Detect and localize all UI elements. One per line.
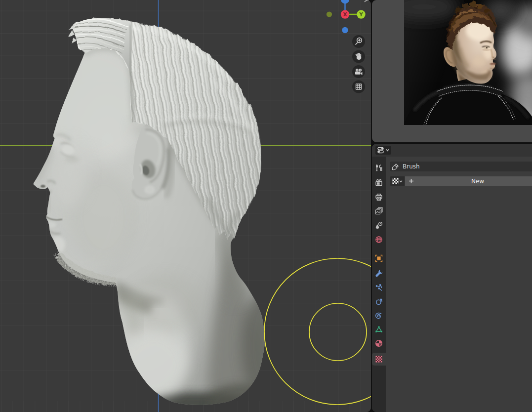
properties-tab-physics[interactable] bbox=[372, 295, 386, 308]
constraints-tab-icon bbox=[375, 312, 383, 320]
material-tab-icon bbox=[375, 339, 383, 347]
properties-tab-data[interactable] bbox=[372, 323, 386, 336]
properties-tab-tool[interactable] bbox=[372, 162, 386, 175]
properties-tab-texture[interactable] bbox=[372, 353, 386, 366]
scene-tab-icon bbox=[375, 221, 383, 229]
properties-tab-particles[interactable] bbox=[372, 281, 386, 294]
gizmo-y-negative[interactable] bbox=[327, 11, 332, 17]
physics-tab-icon bbox=[375, 298, 383, 306]
camera-view-button[interactable] bbox=[352, 65, 365, 78]
chevron-down-icon bbox=[386, 149, 389, 152]
properties-header bbox=[372, 144, 532, 157]
properties-main-region: Brush bbox=[386, 157, 532, 412]
gizmo-x-label: X bbox=[343, 11, 347, 17]
viewport-canvas: X Y bbox=[0, 0, 371, 412]
properties-tab-render[interactable] bbox=[372, 176, 386, 189]
texture-tab-icon bbox=[375, 355, 383, 363]
gizmo-z-negative[interactable] bbox=[342, 27, 348, 33]
properties-tab-view-layer[interactable] bbox=[372, 205, 386, 218]
particles-tab-icon bbox=[375, 284, 383, 291]
properties-tab-modifiers[interactable] bbox=[372, 267, 386, 280]
properties-tab-world[interactable] bbox=[372, 233, 386, 246]
grid-view-button[interactable] bbox=[352, 81, 365, 93]
plus-icon bbox=[409, 178, 414, 184]
properties-tab-constraints[interactable] bbox=[372, 309, 386, 323]
data-tab-icon bbox=[375, 326, 383, 333]
gizmo-y-label: Y bbox=[359, 11, 363, 17]
view-layer-tab-icon bbox=[375, 207, 383, 215]
properties-editor: Brush bbox=[372, 144, 532, 412]
texture-checker-icon bbox=[392, 178, 399, 184]
new-texture-button[interactable]: New bbox=[405, 176, 532, 186]
editor-type-button[interactable] bbox=[375, 146, 391, 155]
image-editor[interactable] bbox=[372, 0, 532, 142]
breadcrumb-label: Brush bbox=[403, 163, 420, 170]
properties-tab-strip bbox=[372, 157, 386, 412]
properties-editor-icon bbox=[377, 147, 385, 154]
tool-tab-icon bbox=[375, 164, 383, 172]
object-tab-icon bbox=[375, 254, 383, 262]
zoom-button[interactable] bbox=[352, 35, 365, 48]
browse-texture-button[interactable] bbox=[390, 176, 405, 186]
3d-viewport[interactable]: X Y bbox=[0, 0, 371, 412]
brush-icon bbox=[392, 163, 399, 170]
render-tab-icon bbox=[375, 179, 383, 187]
breadcrumb[interactable]: Brush bbox=[390, 162, 532, 171]
texture-datablock-row: New bbox=[390, 176, 532, 186]
properties-tab-scene[interactable] bbox=[372, 218, 386, 232]
new-button-label: New bbox=[471, 178, 484, 185]
properties-tab-output[interactable] bbox=[372, 190, 386, 204]
world-tab-icon bbox=[375, 236, 383, 244]
reference-photo[interactable] bbox=[404, 0, 532, 125]
move-view-button[interactable] bbox=[352, 50, 365, 63]
output-tab-icon bbox=[375, 193, 383, 201]
properties-tab-object[interactable] bbox=[372, 252, 386, 265]
modifiers-tab-icon bbox=[375, 269, 383, 277]
chevron-down-icon bbox=[399, 180, 403, 183]
properties-tab-material[interactable] bbox=[372, 336, 386, 350]
